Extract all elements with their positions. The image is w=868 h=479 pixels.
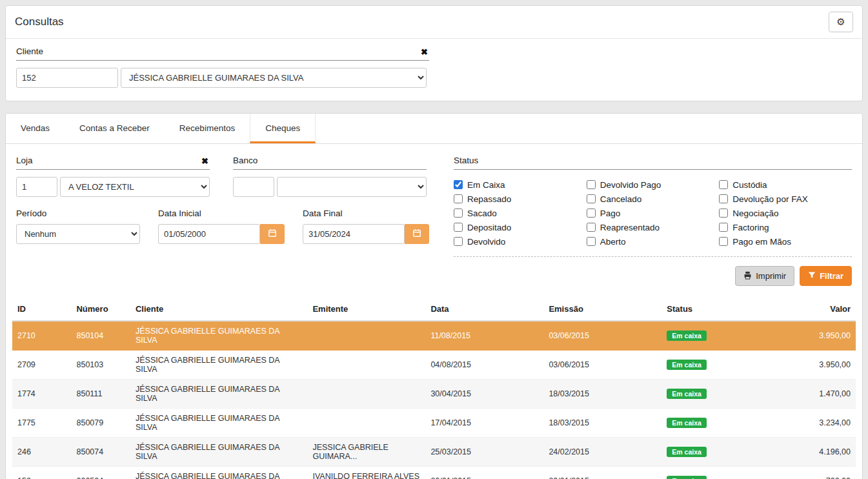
status-checkbox[interactable]	[587, 180, 596, 189]
data-final-label: Data Final	[303, 209, 429, 218]
status-checkbox-option[interactable]: Aberto	[587, 234, 720, 249]
cliente-section: Cliente ✖ JÉSSICA GABRIELLE GUIMARAES DA…	[6, 39, 862, 101]
status-checkbox-option[interactable]: Devolvido Pago	[587, 178, 720, 192]
cell-valor: 1.470,00	[780, 380, 856, 409]
status-checkbox[interactable]	[719, 223, 728, 232]
cell-data: 04/08/2015	[425, 351, 543, 380]
cell-valor: 3.950,00	[780, 321, 856, 351]
table-row[interactable]: 2709 850103 JÉSSICA GABRIELLE GUIMARAES …	[12, 351, 856, 380]
status-checkbox-option[interactable]: Negociação	[719, 206, 852, 220]
status-checkbox-option[interactable]: Reapresentado	[587, 220, 720, 234]
cell-emitente	[307, 409, 425, 438]
data-inicial-calendar-button[interactable]	[260, 224, 285, 244]
column-header[interactable]: Status	[661, 298, 780, 321]
table-row[interactable]: 1774 850111 JÉSSICA GABRIELLE GUIMARAES …	[12, 380, 856, 409]
banco-select[interactable]	[277, 177, 427, 197]
cell-data: 17/04/2015	[425, 409, 543, 438]
cell-emissao: 03/06/2015	[543, 321, 661, 351]
status-badge: Em caixa	[667, 360, 707, 371]
data-inicial-label: Data Inicial	[158, 209, 285, 218]
status-checkbox-option[interactable]: Devolvido	[454, 234, 587, 249]
cell-id: 2709	[12, 351, 71, 380]
table-row[interactable]: 2710 850104 JÉSSICA GABRIELLE GUIMARAES …	[12, 321, 856, 351]
cell-status: Em caixa	[661, 409, 780, 438]
status-checkbox-option[interactable]: Devolução por FAX	[719, 192, 852, 206]
status-checkbox[interactable]	[719, 237, 728, 246]
imprimir-button[interactable]: Imprimir	[735, 266, 794, 286]
status-checkbox-option[interactable]: Repassado	[454, 192, 587, 206]
loja-code-input[interactable]	[16, 177, 57, 197]
loja-select[interactable]: A VELOZ TEXTIL	[60, 177, 210, 197]
column-header[interactable]: Valor	[780, 298, 856, 321]
cell-status: Em caixa	[661, 467, 780, 479]
tab[interactable]: Recebimentos	[165, 114, 250, 143]
column-header[interactable]: Número	[71, 298, 130, 321]
status-checkbox[interactable]	[719, 209, 728, 218]
status-checkbox-option[interactable]: Em Caixa	[454, 178, 587, 192]
data-final-input-group	[303, 224, 429, 244]
cell-numero: 850111	[71, 380, 130, 409]
table-row[interactable]: 1775 850079 JÉSSICA GABRIELLE GUIMARAES …	[12, 409, 856, 438]
cell-emitente: JESSICA GABRIELE GUIMARA...	[307, 438, 425, 467]
data-inicial-input[interactable]	[158, 224, 260, 244]
cell-id: 152	[12, 467, 71, 479]
periodo-select[interactable]: Nenhum	[16, 224, 140, 244]
column-header[interactable]: Data	[425, 298, 543, 321]
table-row[interactable]: 246 850074 JÉSSICA GABRIELLE GUIMARAES D…	[12, 438, 856, 467]
status-checkbox-option[interactable]: Depositado	[454, 220, 587, 234]
status-checkbox[interactable]	[587, 223, 596, 232]
status-checkbox[interactable]	[587, 194, 596, 203]
tab[interactable]: Vendas	[6, 114, 65, 143]
cell-numero: 000504	[71, 467, 130, 479]
cell-valor: 3.950,00	[780, 351, 856, 380]
filters-left: Loja ✖ A VELOZ TEXTIL Banco	[16, 156, 437, 257]
cell-emissao: 24/02/2015	[543, 438, 661, 467]
settings-button[interactable]: ⚙	[829, 12, 853, 32]
status-checkbox[interactable]	[587, 237, 596, 246]
status-checkbox[interactable]	[454, 194, 463, 203]
cell-status: Em caixa	[661, 351, 780, 380]
column-header[interactable]: ID	[12, 298, 71, 321]
column-header[interactable]: Emitente	[307, 298, 425, 321]
status-checkbox-option[interactable]: Factoring	[719, 220, 852, 234]
cell-id: 1774	[12, 380, 71, 409]
status-badge: Em caixa	[667, 447, 707, 458]
calendar-icon	[268, 229, 277, 240]
status-checkbox-option[interactable]: Pago	[587, 206, 720, 220]
filtrar-button[interactable]: Filtrar	[800, 266, 852, 286]
cell-numero: 850079	[71, 409, 130, 438]
status-checkbox-option[interactable]: Custódia	[719, 178, 852, 192]
status-checkbox[interactable]	[454, 209, 463, 218]
status-checkbox[interactable]	[719, 194, 728, 203]
status-checkbox[interactable]	[587, 209, 596, 218]
cell-status: Em caixa	[661, 380, 780, 409]
status-checkbox[interactable]	[719, 180, 728, 189]
table-row[interactable]: 152 000504 JÉSSICA GABRIELLE GUIMARAES D…	[12, 467, 856, 479]
status-checkbox-label: Cancelado	[600, 194, 642, 204]
table-body: 2710 850104 JÉSSICA GABRIELLE GUIMARAES …	[12, 321, 856, 479]
results-table: ID Número Cliente Emitente Data Emissão …	[12, 298, 856, 479]
data-final-input[interactable]	[303, 224, 405, 244]
clear-cliente-button[interactable]: ✖	[419, 48, 429, 56]
cliente-code-input[interactable]	[16, 68, 118, 88]
cell-emissao: 20/01/2015	[543, 467, 661, 479]
cliente-select[interactable]: JÉSSICA GABRIELLE GUIMARAES DA SILVA	[121, 68, 427, 88]
tab[interactable]: Cheques	[250, 114, 316, 143]
cell-emissao: 18/03/2015	[543, 409, 661, 438]
column-header[interactable]: Cliente	[130, 298, 307, 321]
status-checkbox-option[interactable]: Cancelado	[587, 192, 720, 206]
clear-loja-button[interactable]: ✖	[200, 157, 210, 165]
column-header[interactable]: Emissão	[543, 298, 661, 321]
status-checkbox-option[interactable]: Pago em Mãos	[719, 234, 852, 249]
tab[interactable]: Contas a Receber	[65, 114, 165, 143]
cell-emitente	[307, 321, 425, 351]
status-checkbox[interactable]	[454, 237, 463, 246]
status-badge: Em caixa	[667, 331, 707, 341]
status-checkbox[interactable]	[454, 223, 463, 232]
status-checkbox[interactable]	[454, 180, 463, 189]
data-final-calendar-button[interactable]	[405, 224, 429, 244]
loja-group: Loja ✖ A VELOZ TEXTIL	[16, 156, 210, 197]
cell-emissao: 18/03/2015	[543, 380, 661, 409]
status-checkbox-option[interactable]: Sacado	[454, 206, 587, 220]
banco-code-input[interactable]	[233, 177, 274, 197]
